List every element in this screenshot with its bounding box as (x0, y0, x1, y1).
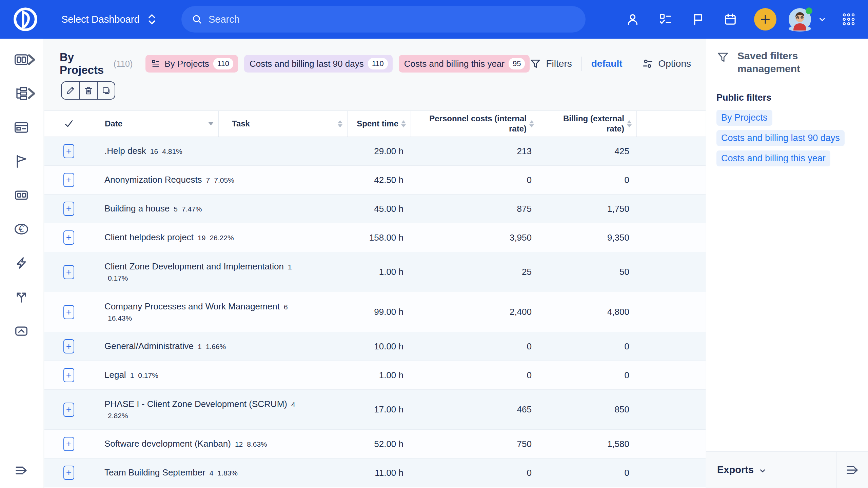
table-row[interactable]: + Building a house57.47% 45.00 h 875 1,7… (44, 195, 706, 223)
sliders-icon (642, 58, 654, 70)
public-filter-link[interactable]: Costs and billing this year (716, 150, 830, 166)
row-expand-cell: + (44, 265, 93, 279)
expand-row-button[interactable]: + (63, 403, 74, 417)
sidebar-item-workflows[interactable] (0, 280, 43, 314)
profile-icon[interactable] (626, 13, 639, 26)
personnel-costs-cell: 750 (411, 439, 539, 449)
search-bar[interactable] (181, 6, 586, 33)
flag-icon[interactable] (691, 13, 705, 26)
table-row[interactable]: + PHASE I - Client Zone Development (SCR… (44, 390, 706, 430)
task-count: 16 (150, 147, 158, 155)
default-filter-link[interactable]: default (591, 58, 623, 69)
dashboard-selector[interactable]: Select Dashboard (61, 13, 157, 25)
calendar-icon[interactable] (724, 13, 737, 26)
avatar-chevron-down-icon[interactable] (818, 15, 827, 24)
public-filter-link[interactable]: Costs and billing last 90 days (716, 130, 845, 146)
apps-grid-icon[interactable] (842, 12, 856, 26)
task-count: 1 (130, 371, 134, 379)
saved-filter-chip[interactable]: Costs and billing this year 95 (399, 55, 530, 73)
project-name: Client helpdesk project (104, 232, 194, 242)
sidebar-item-dashboards[interactable] (0, 43, 43, 77)
table-row[interactable]: + Company Processes and Work Management6… (44, 292, 706, 332)
task-cell: Anonymization Requests77.05% (93, 174, 348, 186)
task-cell: Team Building September41.83% (93, 467, 348, 479)
billing-cell: 50 (539, 267, 637, 277)
public-filter-link[interactable]: By Projects (716, 110, 772, 126)
panel-collapse-toggle[interactable] (836, 452, 868, 488)
chip-count-badge: 110 (213, 58, 233, 69)
add-button[interactable] (754, 8, 776, 30)
user-avatar[interactable] (789, 8, 811, 30)
billing-cell: 0 (539, 175, 637, 185)
expand-row-button[interactable]: + (63, 230, 74, 245)
edit-button[interactable] (62, 82, 79, 99)
search-input[interactable] (209, 14, 575, 25)
expand-row-button[interactable]: + (63, 173, 74, 187)
table-row[interactable]: + Client helpdesk project1926.22% 158.00… (44, 223, 706, 252)
delete-button[interactable] (79, 82, 97, 99)
column-header-spent-time[interactable]: Spent time (348, 111, 411, 137)
spent-time-cell: 45.00 h (348, 204, 411, 214)
duplicate-button[interactable] (97, 82, 115, 99)
header-actions: Filters default Options (530, 57, 691, 71)
task-cell: Company Processes and Work Management616… (93, 301, 348, 323)
billing-cell: 0 (539, 341, 637, 352)
sort-icon (529, 120, 534, 127)
table-row[interactable]: + Legal10.17% 1.00 h 0 0 (44, 361, 706, 390)
sidebar-item-automations[interactable] (0, 246, 43, 280)
column-header-task[interactable]: Task (219, 111, 348, 137)
row-expand-cell: + (44, 403, 93, 417)
row-expand-cell: + (44, 339, 93, 353)
table-row[interactable]: + .Help desk164.81% 29.00 h 213 425 (44, 137, 706, 166)
expand-row-button[interactable]: + (63, 265, 74, 279)
sidebar-item-reports[interactable] (0, 178, 43, 212)
table-row[interactable]: + Software development (Kanban)128.63% 5… (44, 430, 706, 459)
expand-row-button[interactable]: + (63, 339, 74, 353)
task-count: 7 (206, 176, 210, 184)
personnel-costs-cell: 213 (411, 146, 539, 157)
column-header-personnel-costs[interactable]: Personnel costs (internal rate) (411, 111, 539, 137)
sidebar-item-boards[interactable] (0, 110, 43, 144)
sidebar-item-hierarchy[interactable] (0, 77, 43, 110)
personnel-costs-cell: 3,950 (411, 232, 539, 243)
table-header: Date Task Spent time Personnel costs (in… (44, 110, 706, 137)
select-all-header[interactable] (44, 111, 93, 137)
exports-button[interactable]: Exports (706, 452, 836, 488)
sidebar-collapse-toggle[interactable] (0, 462, 43, 479)
task-percent: 4.81% (162, 147, 182, 155)
app-logo[interactable] (0, 0, 51, 39)
filters-button[interactable]: Filters (530, 58, 572, 69)
table-body: + .Help desk164.81% 29.00 h 213 425 + An… (44, 137, 706, 488)
table-row[interactable]: + Client Zone Development and Implementa… (44, 252, 706, 292)
sidebar-item-milestones[interactable] (0, 144, 43, 178)
sidebar-expand-chevron[interactable] (22, 85, 40, 102)
sidebar-item-archive[interactable] (0, 314, 43, 348)
spent-time-cell: 52.00 h (348, 439, 411, 449)
sidebar-item-finance[interactable]: € (0, 212, 43, 246)
table-row[interactable]: + Team Building September41.83% 11.00 h … (44, 459, 706, 487)
expand-row-button[interactable]: + (63, 437, 74, 451)
pennant-flag-icon (13, 152, 30, 170)
expand-row-button[interactable]: + (63, 305, 74, 319)
expand-row-button[interactable]: + (63, 202, 74, 216)
expand-row-button[interactable]: + (63, 368, 74, 382)
sidebar-expand-chevron[interactable] (22, 51, 40, 68)
task-percent: 7.05% (214, 176, 234, 184)
expand-row-button[interactable]: + (63, 466, 74, 480)
expand-row-button[interactable]: + (63, 144, 74, 158)
sidebar: € (0, 39, 43, 488)
task-list-icon[interactable] (658, 13, 672, 26)
content-header: By Projects (110) By Projects 110 Costs … (43, 39, 706, 77)
table-row[interactable]: + General/Administrative11.66% 10.00 h 0… (44, 332, 706, 361)
chip-count-badge: 95 (509, 58, 525, 69)
column-header-billing[interactable]: Billing (external rate) (539, 111, 637, 137)
column-header-date[interactable]: Date (93, 111, 219, 137)
options-button[interactable]: Options (642, 58, 691, 70)
saved-filter-chip[interactable]: By Projects 110 (145, 55, 238, 73)
project-name: Client Zone Development and Implementati… (104, 261, 284, 271)
table-row[interactable]: + Anonymization Requests77.05% 42.50 h 0… (44, 166, 706, 195)
task-cell: Client Zone Development and Implementati… (93, 261, 348, 283)
chip-label: Costs and billing this year (404, 59, 505, 69)
saved-filter-chip[interactable]: Costs and billing last 90 days 110 (244, 55, 393, 73)
task-percent: 1.83% (217, 469, 238, 477)
